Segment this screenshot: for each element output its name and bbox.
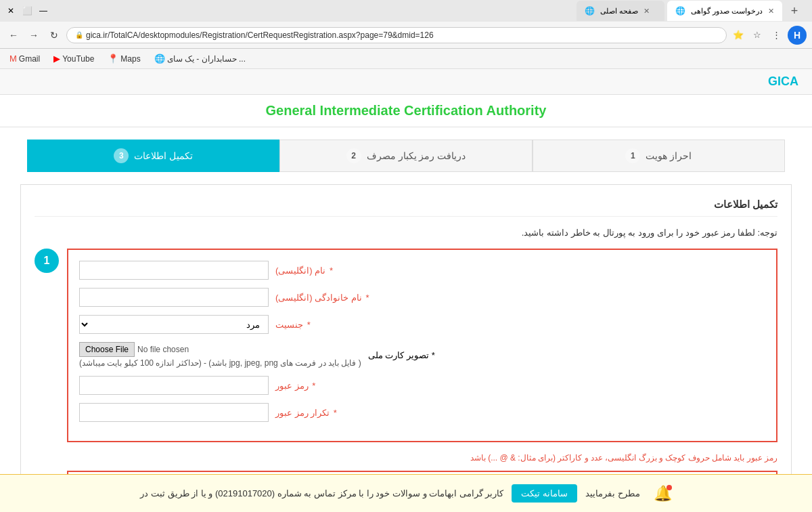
name-input[interactable] [79, 261, 269, 280]
main-form-box: * نام (انگلیسی) * نام خانوادگی (انگلیسی)… [67, 249, 777, 442]
tab-home-close[interactable]: ✕ [644, 7, 650, 16]
name-label: * نام (انگلیسی) [275, 265, 333, 276]
step-2-number: 2 [346, 148, 361, 163]
extensions-icon[interactable]: ⭐ [731, 28, 746, 43]
lastname-label: * نام خانوادگی (انگلیسی) [275, 293, 369, 303]
step-3[interactable]: تکمیل اطلاعات 3 [27, 140, 279, 172]
window-controls: — ⬜ ✕ [5, 5, 49, 16]
page-title-bar: General Intermediate Certification Autho… [0, 95, 812, 127]
tab-home-label: صفحه اصلی [600, 7, 638, 16]
bell-icon-wrapper: 🔔 [654, 485, 672, 503]
maps-icon: 📍 [108, 54, 118, 64]
tab-close-cert[interactable]: ✕ [768, 7, 774, 16]
address-bar: ← → ↻ 🔒 gica.ir/TotalCA/desktopmodules/R… [0, 22, 812, 49]
name-row: * نام (انگلیسی) [79, 261, 765, 280]
forward-button[interactable]: → [26, 27, 42, 43]
bookmark-maps-label: Maps [120, 54, 140, 64]
file-hint: ( فایل باید در فرمت های jpg, jpeg, png ب… [79, 358, 361, 368]
bookmarks-bar: M Gmail ▶ YouTube 📍 Maps 🌐 حسابداران - ی… [0, 49, 812, 69]
step-2-label: دریافت رمز یکبار مصرف [367, 150, 466, 161]
tab-home-icon: 🌐 [585, 6, 595, 16]
profile-avatar[interactable]: H [788, 26, 807, 45]
step-1-number: 1 [625, 148, 640, 163]
bottom-notification: 🔔 مطرح بفرمایید سامانه تیکت کاربر گرامی … [0, 474, 812, 512]
repeat-password-row: * تکرار رمز عبور [79, 403, 765, 422]
repeat-password-input[interactable] [79, 403, 269, 422]
no-file-text: No file chosen [137, 345, 189, 354]
bookmark-youtube-label: YouTube [62, 54, 94, 64]
page-title: General Intermediate Certification Autho… [8, 103, 804, 119]
title-bar-left: 🌐 صفحه اصلی ✕ 🌐 درخواست صدور گواهی ✕ + [577, 1, 807, 21]
close-button[interactable]: ✕ [5, 5, 16, 16]
gender-row: * جنسیت مرد زن [79, 315, 765, 334]
tab-cert-icon: 🌐 [675, 6, 685, 16]
refresh-button[interactable]: ↻ [46, 27, 62, 43]
section-title: تکمیل اطلاعات [35, 198, 777, 217]
step-1-label: احراز هویت [646, 150, 692, 161]
address-right-icons: ⭐ ☆ ⋮ H [731, 26, 807, 45]
ticket-button[interactable]: سامانه تیکت [512, 484, 577, 503]
menu-dots-icon[interactable]: ⋮ [769, 28, 784, 43]
tab-cert[interactable]: 🌐 درخواست صدور گواهی ✕ [667, 1, 782, 21]
form-section: تکمیل اطلاعات توجه: لطفا رمز عبور خود را… [20, 184, 792, 512]
steps-container: احراز هویت 1 دریافت رمز یکبار مصرف 2 تکم… [0, 127, 812, 184]
gmail-icon: M [9, 54, 17, 64]
repeat-password-label: * تکرار رمز عبور [275, 408, 337, 418]
new-tab-button[interactable]: + [785, 1, 804, 20]
lock-icon: 🔒 [75, 31, 83, 39]
password-error: رمز عبور باید شامل حروف کوچک و بزرگ انگل… [35, 453, 777, 463]
url-text: gica.ir/TotalCA/desktopmodules/Registrat… [86, 30, 434, 40]
title-bar: 🌐 صفحه اصلی ✕ 🌐 درخواست صدور گواهی ✕ + —… [0, 0, 812, 22]
bell-badge [667, 485, 672, 490]
bookmark-youtube[interactable]: ▶ YouTube [49, 52, 98, 65]
notification-text: کاربر گرامی ابهامات و سوالات خود را با م… [140, 488, 503, 498]
notice-text: توجه: لطفا رمز عبور خود را برای ورود به … [35, 228, 777, 238]
step-circle-1: 1 [35, 249, 59, 273]
site-logo: GICA [768, 74, 798, 89]
step-3-number: 3 [114, 148, 129, 163]
file-input-wrapper: No file chosen Choose File [79, 342, 189, 357]
notification-text2: مطرح بفرمایید [585, 488, 640, 498]
tab-home[interactable]: 🌐 صفحه اصلی ✕ [577, 1, 664, 21]
page-header: GICA [0, 69, 812, 95]
password-label: * رمز عبور [275, 381, 315, 391]
hesabdaran-icon: 🌐 [154, 54, 165, 64]
bookmark-hesabdaran-label: حسابداران - یک سای ... [167, 54, 246, 64]
tab-bar: 🌐 صفحه اصلی ✕ 🌐 درخواست صدور گواهی ✕ + [577, 1, 807, 21]
bookmark-maps[interactable]: 📍 Maps [104, 52, 144, 65]
tab-cert-label: درخواست صدور گواهی [691, 7, 763, 16]
youtube-icon: ▶ [53, 54, 60, 64]
file-upload-row: * تصویر کارت ملی No file chosen Choose F… [79, 342, 765, 368]
bookmark-hesabdaran[interactable]: 🌐 حسابداران - یک سای ... [150, 52, 250, 65]
minimize-button[interactable]: — [38, 5, 49, 16]
bookmark-gmail[interactable]: M Gmail [5, 52, 44, 65]
password-input[interactable] [79, 376, 269, 395]
lastname-row: * نام خانوادگی (انگلیسی) [79, 288, 765, 307]
gender-select[interactable]: مرد زن [79, 315, 269, 334]
gender-label: * جنسیت [275, 320, 311, 330]
password-row: * رمز عبور [79, 376, 765, 395]
step-1[interactable]: احراز هویت 1 [533, 140, 785, 172]
url-bar[interactable]: 🔒 gica.ir/TotalCA/desktopmodules/Registr… [66, 27, 727, 43]
file-label: * تصویر کارت ملی [368, 350, 435, 360]
back-button[interactable]: ← [5, 27, 22, 43]
choose-file-button[interactable]: Choose File [79, 342, 135, 357]
bookmark-icon[interactable]: ☆ [750, 28, 765, 43]
bookmark-gmail-label: Gmail [19, 54, 40, 64]
lastname-input[interactable] [79, 288, 269, 307]
page-content: GICA General Intermediate Certification … [0, 69, 812, 512]
step-3-label: تکمیل اطلاعات [134, 150, 193, 161]
maximize-button[interactable]: ⬜ [22, 5, 32, 16]
step-2[interactable]: دریافت رمز یکبار مصرف 2 [279, 140, 532, 172]
